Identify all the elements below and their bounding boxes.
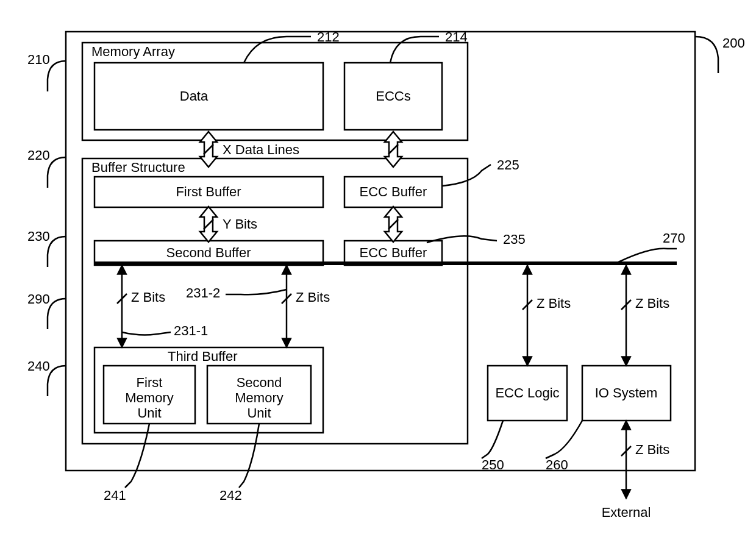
label-ecc-buffer-1: ECC Buffer: [360, 184, 427, 199]
leader-230: [48, 236, 66, 267]
leader-231-1: [122, 332, 171, 335]
label-second-memory-unit-line1: Second: [237, 375, 282, 390]
leader-220: [48, 157, 66, 188]
label-z-bits-ext: Z Bits: [635, 442, 669, 457]
ref-260: 260: [546, 457, 568, 472]
ref-220: 220: [27, 148, 50, 163]
label-eccs: ECCs: [376, 88, 410, 104]
leader-235: [427, 236, 497, 243]
data-block: [94, 63, 323, 130]
ref-225: 225: [497, 157, 519, 172]
ref-241: 241: [104, 488, 126, 503]
label-second-memory-unit-line2: Memory: [235, 390, 283, 405]
leader-210: [48, 61, 66, 91]
leader-214: [390, 37, 439, 63]
label-x-data-lines: X Data Lines: [223, 142, 299, 157]
ref-242: 242: [219, 488, 242, 503]
label-first-memory-unit-line1: First: [137, 375, 163, 390]
label-ecc-logic: ECC Logic: [495, 385, 559, 400]
ref-231-2: 231-2: [186, 285, 220, 301]
ref-270: 270: [663, 230, 685, 246]
label-second-memory-unit-line3: Unit: [247, 405, 271, 421]
leader-212: [244, 37, 311, 63]
label-external: External: [602, 505, 651, 520]
leader-225: [442, 165, 491, 186]
label-third-buffer: Third Buffer: [168, 349, 238, 364]
ref-210: 210: [27, 52, 50, 67]
label-first-buffer: First Buffer: [176, 184, 241, 199]
ref-235: 235: [503, 232, 526, 247]
label-data: Data: [180, 88, 209, 104]
leader-250: [482, 421, 503, 458]
memory-architecture-diagram: 200 Memory Array Data ECCs 212 214 210 B…: [0, 0, 756, 537]
label-first-memory-unit-line3: Unit: [137, 405, 161, 421]
ref-212: 212: [317, 29, 340, 44]
ref-230: 230: [27, 229, 50, 244]
label-z-bits-io-top: Z Bits: [635, 296, 669, 311]
ref-290: 290: [27, 291, 50, 307]
ref-250: 250: [482, 457, 504, 472]
label-second-buffer: Second Buffer: [166, 245, 251, 260]
label-y-bits: Y Bits: [223, 216, 257, 232]
leader-200: [695, 37, 718, 73]
leader-270: [616, 249, 677, 263]
leader-240-left: [48, 366, 66, 396]
ref-240: 240: [27, 358, 50, 374]
leader-260: [546, 421, 582, 458]
label-z-bits-1: Z Bits: [131, 290, 165, 305]
ref-231-1: 231-1: [174, 323, 208, 338]
label-z-bits-ecc: Z Bits: [537, 296, 571, 311]
ref-200: 200: [722, 35, 745, 51]
label-memory-array: Memory Array: [91, 44, 175, 59]
label-buffer-structure: Buffer Structure: [91, 160, 185, 175]
label-first-memory-unit-line2: Memory: [125, 390, 173, 405]
leader-290: [48, 299, 66, 329]
ref-214: 214: [445, 29, 468, 44]
label-ecc-buffer-2: ECC Buffer: [360, 245, 427, 260]
leader-231-2: [226, 290, 287, 294]
label-z-bits-2: Z Bits: [296, 290, 330, 305]
label-io-system: IO System: [595, 385, 658, 400]
